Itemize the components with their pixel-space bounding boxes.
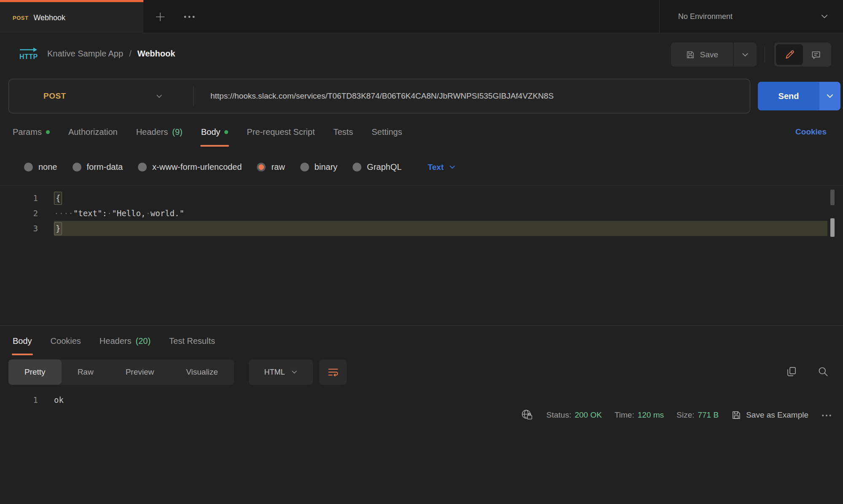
- comment-button[interactable]: [803, 44, 830, 65]
- save-options-button[interactable]: [734, 43, 757, 67]
- view-mode-visualize[interactable]: Visualize: [170, 359, 234, 385]
- new-tab-button[interactable]: [154, 10, 167, 24]
- line-number: 3: [0, 221, 54, 236]
- tab-headers[interactable]: Headers(9): [136, 115, 183, 149]
- chevron-down-icon: [820, 12, 829, 21]
- chevron-down-icon: [449, 164, 456, 171]
- size-value[interactable]: 771 B: [698, 410, 719, 420]
- tab-settings[interactable]: Settings: [372, 115, 402, 149]
- tab-authorization[interactable]: Authorization: [68, 115, 118, 149]
- raw-language-label: Text: [428, 163, 444, 172]
- save-button[interactable]: Save: [671, 43, 733, 67]
- editor-line-3[interactable]: 3}: [0, 221, 843, 236]
- body-type-none[interactable]: none: [24, 162, 57, 172]
- postman-app: POST Webhook No Environment HTTP Knative…: [0, 0, 843, 504]
- request-body-editor[interactable]: 1{2····"text":·"Hello,·world."3}: [0, 185, 843, 325]
- collection-name[interactable]: Knative Sample App: [47, 49, 123, 59]
- body-type-label: form-data: [87, 162, 123, 172]
- response-tab-cookies[interactable]: Cookies: [51, 326, 81, 356]
- save-icon: [686, 50, 695, 59]
- view-mode-preview[interactable]: Preview: [110, 359, 170, 385]
- body-type-graphql[interactable]: GraphQL: [353, 162, 401, 172]
- radio-icon: [300, 163, 309, 172]
- comment-icon: [811, 49, 821, 60]
- response-line-number: 1: [0, 392, 54, 407]
- raw-language-select[interactable]: Text: [428, 163, 456, 172]
- copy-button[interactable]: [786, 366, 797, 379]
- wrap-text-button[interactable]: [319, 359, 347, 385]
- tab-count: (20): [135, 336, 151, 346]
- time-value[interactable]: 120 ms: [638, 410, 664, 420]
- svg-text:HTTP: HTTP: [19, 53, 38, 60]
- tab-pre-request-script[interactable]: Pre-request Script: [247, 115, 315, 149]
- body-type-raw[interactable]: raw: [257, 162, 285, 172]
- format-label: HTML: [264, 368, 285, 377]
- response-tab-body[interactable]: Body: [13, 326, 32, 356]
- tab-options-button[interactable]: [182, 14, 197, 19]
- tab-label: Cookies: [51, 336, 81, 346]
- view-mode-pretty[interactable]: Pretty: [8, 359, 62, 385]
- http-method-badge: HTTP: [18, 46, 40, 63]
- save-icon: [731, 410, 741, 420]
- view-mode-raw[interactable]: Raw: [62, 359, 110, 385]
- bracket-match: {: [54, 192, 62, 205]
- tab-label: Body: [13, 336, 32, 346]
- http-icon: HTTP: [18, 46, 40, 62]
- header-divider: [765, 47, 765, 62]
- response-tab-test-results[interactable]: Test Results: [169, 326, 215, 356]
- tab-label: Headers: [100, 336, 132, 346]
- more-options-icon: [821, 413, 832, 418]
- chevron-down-icon: [156, 93, 163, 100]
- send-main-button[interactable]: Send: [758, 82, 819, 110]
- time-group: Time: 120 ms: [614, 410, 664, 420]
- url-input[interactable]: https://hooks.slack.com/services/T06TD83…: [194, 91, 554, 101]
- method-select[interactable]: POST: [9, 79, 193, 113]
- response-body[interactable]: 1 ok: [0, 392, 843, 407]
- save-label: Save: [700, 50, 718, 59]
- tab-label: Params: [13, 127, 42, 137]
- green-dot-icon: [46, 130, 50, 134]
- editor-scrollbar-mark-top[interactable]: [830, 190, 835, 205]
- radio-icon: [24, 163, 33, 172]
- save-as-example-button[interactable]: Save as Example: [731, 410, 808, 420]
- line-code: {: [54, 190, 827, 206]
- status-value[interactable]: 200 OK: [575, 410, 602, 420]
- response-options-button[interactable]: [821, 410, 832, 420]
- tab-label: Test Results: [169, 336, 215, 346]
- response-line-text: ok: [54, 392, 827, 407]
- bracket-match: }: [54, 222, 62, 235]
- code-token: "text":: [73, 209, 107, 218]
- radio-icon: [353, 163, 361, 172]
- environment-selector[interactable]: No Environment: [659, 0, 843, 33]
- tab-body[interactable]: Body: [201, 115, 229, 149]
- code-token: "Hello,: [112, 209, 145, 218]
- tab-params[interactable]: Params: [13, 115, 50, 149]
- body-type-binary[interactable]: binary: [300, 162, 337, 172]
- editor-line-1[interactable]: 1{: [0, 190, 843, 206]
- whitespace-dots: ·: [145, 209, 150, 218]
- tab-tests[interactable]: Tests: [333, 115, 353, 149]
- radio-icon: [138, 163, 147, 172]
- send-options-button[interactable]: [819, 82, 840, 110]
- request-name[interactable]: Webhook: [137, 49, 175, 59]
- format-select[interactable]: HTML: [249, 359, 313, 385]
- request-tab[interactable]: POST Webhook: [0, 0, 143, 33]
- size-label: Size:: [676, 410, 694, 420]
- view-mode-segments: PrettyRawPreviewVisualize: [8, 359, 234, 385]
- cookies-link[interactable]: Cookies: [795, 115, 827, 149]
- tab-count: (9): [172, 127, 182, 137]
- url-row: POST https://hooks.slack.com/services/T0…: [0, 74, 843, 115]
- editor-line-2[interactable]: 2····"text":·"Hello,·world.": [0, 206, 843, 221]
- plus-icon: [154, 11, 167, 23]
- environment-label: No Environment: [678, 12, 733, 21]
- more-options-icon: [183, 15, 196, 19]
- body-type-x-www-form-urlencoded[interactable]: x-www-form-urlencoded: [138, 162, 242, 172]
- breadcrumb-separator: /: [129, 49, 132, 59]
- response-tab-headers[interactable]: Headers(20): [100, 326, 151, 356]
- editor-scrollbar-mark-cursor[interactable]: [830, 218, 835, 237]
- body-type-label: none: [38, 162, 57, 172]
- search-button[interactable]: [817, 366, 829, 379]
- edit-button[interactable]: [776, 44, 803, 65]
- send-label: Send: [778, 91, 799, 101]
- body-type-form-data[interactable]: form-data: [73, 162, 123, 172]
